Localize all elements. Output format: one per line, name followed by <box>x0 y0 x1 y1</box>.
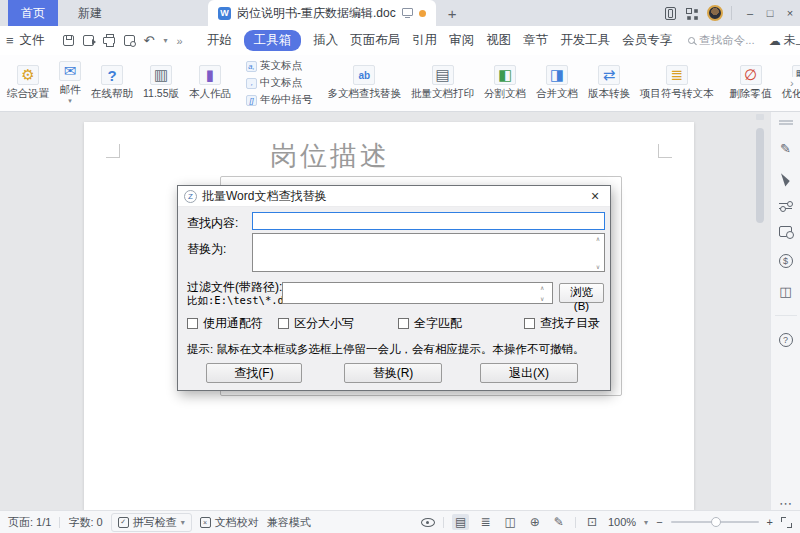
reference-book-icon[interactable]: ◫ <box>779 285 791 298</box>
checkbox-box[interactable] <box>187 318 198 329</box>
zoom-caret-icon[interactable]: ▾ <box>644 518 648 527</box>
coin-icon[interactable]: $ <box>779 254 793 268</box>
word-count[interactable]: 字数: 0 <box>68 515 102 530</box>
zoom-out-button[interactable]: − <box>656 516 662 528</box>
checkbox-box[interactable] <box>524 318 535 329</box>
maximize-button[interactable]: □ <box>760 7 780 19</box>
ribbon-split-document[interactable]: ◧ 分割文档 <box>479 58 531 108</box>
spellcheck-control[interactable]: ✓ 拼写检查 ▾ <box>111 513 192 532</box>
dialog-close-button[interactable]: × <box>586 188 604 204</box>
close-button[interactable]: × <box>780 7 800 19</box>
find-input[interactable] <box>252 212 605 230</box>
view-ink-icon[interactable]: ✎ <box>551 514 567 530</box>
checkbox-match-case[interactable]: 区分大小写 <box>278 315 354 332</box>
ribbon-chinese-punctuation[interactable]: ，中文标点 <box>246 76 313 90</box>
undo-caret-icon[interactable]: ▾ <box>164 36 168 45</box>
book-icon: ▮ <box>199 65 221 85</box>
exit-button[interactable]: 退出(X) <box>480 363 578 383</box>
proofread-control[interactable]: × 文档校对 <box>200 514 259 531</box>
fit-page-icon[interactable]: ⊡ <box>584 514 600 530</box>
ribbon-year-brackets[interactable]: []年份中括号 <box>246 93 313 107</box>
view-page-mode-icon[interactable]: ▤ <box>452 514 469 530</box>
tab-references[interactable]: 引用 <box>412 32 437 49</box>
window-manage-icon[interactable] <box>665 7 676 20</box>
tab-toolbox[interactable]: 工具箱 <box>244 30 302 51</box>
browse-button[interactable]: 浏览(B) <box>559 283 604 303</box>
checkbox-box[interactable] <box>398 318 409 329</box>
help-icon[interactable]: ? <box>779 333 793 347</box>
avatar[interactable] <box>707 5 723 21</box>
vertical-scrollbar[interactable] <box>754 112 766 510</box>
ribbon-version-convert[interactable]: ⇄ 版本转换 <box>583 58 635 108</box>
minimize-button[interactable]: – <box>740 7 760 19</box>
cloud-sync-status[interactable]: ☁ 未上云 <box>769 32 800 49</box>
view-web-layout-icon[interactable]: ⊕ <box>527 514 543 530</box>
ribbon-online-help[interactable]: ? 在线帮助 <box>86 58 138 108</box>
undo-icon[interactable]: ↶ <box>144 33 155 48</box>
sidebar-handle-icon[interactable] <box>779 120 793 125</box>
home-tab[interactable]: 首页 <box>8 0 58 26</box>
checkbox-box[interactable] <box>278 318 289 329</box>
tab-page-layout[interactable]: 页面布局 <box>350 32 400 49</box>
checkbox-whole-word[interactable]: 全字匹配 <box>398 315 462 332</box>
command-search[interactable]: 查找命令... <box>688 33 755 48</box>
zoom-slider-knob[interactable] <box>711 517 721 527</box>
view-read-mode-icon[interactable]: ◫ <box>501 514 518 530</box>
checkbox-search-subfolders[interactable]: 查找子目录 <box>524 315 600 332</box>
zoom-slider[interactable] <box>671 521 759 523</box>
scroll-up-button[interactable] <box>756 114 764 120</box>
apps-grid-icon[interactable] <box>686 8 697 19</box>
ribbon-delete-zero-values[interactable]: ∅ 删除零值 <box>725 58 777 108</box>
eye-protect-icon[interactable] <box>421 518 435 527</box>
ribbon-batch-print[interactable]: ▤ 批量文档打印 <box>406 58 479 108</box>
ribbon-multi-doc-find-replace[interactable]: ab 多文档查找替换 <box>323 58 407 108</box>
ribbon-my-works[interactable]: ▮ 本人作品 <box>184 58 236 108</box>
add-tab-button[interactable]: + <box>448 6 457 21</box>
replace-textarea[interactable] <box>252 233 605 272</box>
new-document-tab[interactable]: 新建 <box>78 5 102 22</box>
adjust-sliders-icon[interactable] <box>779 203 792 209</box>
print-icon[interactable] <box>103 37 115 44</box>
filter-input-spinner[interactable]: ∧∨ <box>540 284 544 302</box>
ribbon-english-punctuation[interactable]: a,英文标点 <box>246 59 313 73</box>
print-preview-icon[interactable] <box>124 35 135 46</box>
ribbon-bullets-to-text[interactable]: ≣ 项目符号转文本 <box>635 58 719 108</box>
window-tabbar: 首页 新建 W 岗位说明书-重庆数据编辑.doc + – □ × <box>0 0 800 26</box>
document-tab[interactable]: W 岗位说明书-重庆数据编辑.doc <box>208 0 436 26</box>
tab-review[interactable]: 审阅 <box>449 32 474 49</box>
tab-membership[interactable]: 会员专享 <box>622 32 672 49</box>
zoom-in-button[interactable]: + <box>767 516 773 528</box>
quick-access-more-icon[interactable]: » <box>177 35 183 47</box>
checkbox-use-wildcards[interactable]: 使用通配符 <box>187 315 263 332</box>
ribbon-general-settings[interactable]: ⚙ 综合设置 <box>2 58 54 108</box>
main-menu-icon[interactable]: ≡ <box>6 33 14 48</box>
textarea-scroll-arrows[interactable]: ∧∨ <box>593 235 603 270</box>
ribbon-version[interactable]: ▥ 11.55版 <box>138 58 184 108</box>
sidebar-more-icon[interactable]: ⋯ <box>779 497 792 510</box>
ribbon-merge-document[interactable]: ◨ 合并文档 <box>531 58 583 108</box>
view-outline-icon[interactable]: ≣ <box>477 514 493 530</box>
tab-view[interactable]: 视图 <box>486 32 511 49</box>
find-button[interactable]: 查找(F) <box>206 363 302 383</box>
select-cursor-icon[interactable] <box>780 171 790 186</box>
tab-developer[interactable]: 开发工具 <box>560 32 610 49</box>
ribbon-mail[interactable]: ✉ 邮件 ▾ <box>54 58 86 108</box>
zoom-level[interactable]: 100% <box>608 516 636 528</box>
replace-button[interactable]: 替换(R) <box>344 363 442 383</box>
tab-start[interactable]: 开始 <box>207 32 232 49</box>
fullscreen-icon[interactable] <box>781 517 792 528</box>
document-heading[interactable]: 岗位描述 <box>270 138 390 174</box>
scrollbar-thumb[interactable] <box>756 128 764 223</box>
ribbon-overflow-arrow[interactable]: › <box>790 77 800 89</box>
file-menu[interactable]: 文件 <box>20 32 45 49</box>
tab-section[interactable]: 章节 <box>523 32 548 49</box>
dialog-titlebar[interactable]: Z 批量Word文档查找替换 × <box>178 186 610 207</box>
annotate-pen-icon[interactable]: ✎ <box>780 142 791 155</box>
output-icon[interactable] <box>83 35 94 46</box>
seal-icon[interactable] <box>779 226 792 237</box>
save-icon[interactable] <box>63 35 74 46</box>
page-indicator: 页面: 1/1 <box>8 515 51 530</box>
tab-insert[interactable]: 插入 <box>313 32 338 49</box>
compatibility-mode-label[interactable]: 兼容模式 <box>267 515 311 530</box>
filter-path-input[interactable] <box>282 282 553 304</box>
